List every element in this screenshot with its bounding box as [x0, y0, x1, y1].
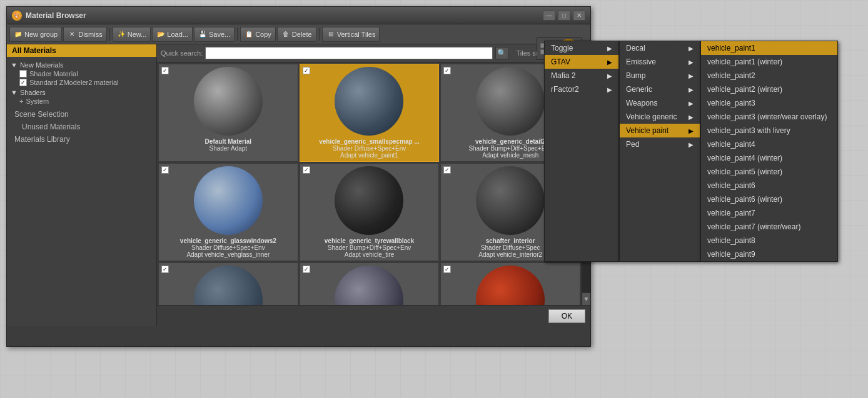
material-cell-smallspecmap[interactable]: ✓ vehicle_generic_smallspecmap ... Shade… [300, 64, 440, 162]
menu-item-rfactor2[interactable]: rFactor2 ▶ [545, 82, 618, 96]
menu-item-vehicle-paint3-winter-overlay[interactable]: vehicle_paint3 (winter/wear overlay) [701, 110, 837, 124]
tree-item-shader-material[interactable]: Shader Material [9, 69, 154, 78]
title-bar-left: 🎨 Material Browser [12, 11, 86, 21]
menu-item-vehicle-paint1[interactable]: vehicle_paint1 [701, 41, 837, 55]
search-input[interactable] [205, 47, 492, 59]
menu-item-vehicle-paint[interactable]: Vehicle paint ▶ [620, 124, 700, 137]
close-button[interactable]: ✕ [573, 11, 585, 21]
ok-button[interactable]: OK [548, 309, 585, 323]
menu-item-vehicle-paint3-livery[interactable]: vehicle_paint3 with livery [701, 124, 837, 137]
menu-item-weapons[interactable]: Weapons ▶ [620, 96, 700, 110]
arrow-decal: ▶ [689, 45, 694, 52]
menu-item-vehicle-paint9[interactable]: vehicle_paint9 [701, 247, 837, 261]
menu-item-vehicle-paint4-winter[interactable]: vehicle_paint4 (winter) [701, 151, 837, 165]
menu-item-bump[interactable]: Bump ▶ [620, 69, 700, 82]
minimize-button[interactable]: — [543, 11, 555, 21]
menu-item-vehicle-paint2[interactable]: vehicle_paint2 [701, 69, 837, 82]
arrow-icon: ▶ [607, 45, 612, 52]
menu-item-gtav[interactable]: GTAV ▶ [545, 55, 618, 69]
menu-item-vehicle-paint8[interactable]: vehicle_paint8 [701, 234, 837, 247]
copy-button[interactable]: 📋 Copy [240, 27, 276, 42]
mat-info-3: Shader Diffuse+Spec+Env [191, 244, 265, 251]
save-button[interactable]: 💾 Save... [194, 27, 235, 42]
menu-item-vehicle-paint6-winter[interactable]: vehicle_paint6 (winter) [701, 192, 837, 206]
arrow-vehicle-paint: ▶ [689, 127, 694, 134]
material-cell-badges[interactable]: ✓ cirader_badges... [440, 262, 580, 305]
menu-item-vehicle-paint2-winter[interactable]: vehicle_paint2 (winter) [701, 82, 837, 96]
sep1 [109, 28, 110, 41]
material-browser-window: 🎨 Material Browser — □ ✕ 📁 New group ✕ D… [6, 6, 591, 347]
all-materials-label[interactable]: All Materials [7, 44, 156, 57]
standard-material-checkbox[interactable] [19, 79, 27, 86]
menu-item-mafia2[interactable]: Mafia 2 ▶ [545, 69, 618, 82]
shaders-header: ▼ Shaders [9, 88, 154, 97]
mat-sphere-4 [335, 166, 403, 235]
arrow-ped: ▶ [689, 141, 694, 148]
mat-adapt-4: Adapt vehicle_tire [345, 251, 395, 258]
material-cell-wrecklights[interactable]: ✓ wreck_lights... [300, 262, 440, 305]
main-layout: All Materials ▼ New Materials Shader Mat… [7, 44, 590, 326]
arrow-icon-rfactor: ▶ [607, 86, 612, 93]
menu-item-decal[interactable]: Decal ▶ [620, 41, 700, 55]
mat-check-0[interactable]: ✓ [161, 67, 169, 74]
load-button[interactable]: 📂 Load... [152, 27, 193, 42]
vertical-tiles-button[interactable]: ⊞ Vertical Tiles [322, 27, 380, 42]
tree-item-standard-material[interactable]: Standard ZModeler2 material [9, 78, 154, 87]
menu-item-ped[interactable]: Ped ▶ [620, 137, 700, 151]
nav-unused-materials[interactable]: Unused Materials [9, 121, 154, 133]
menu-item-vehicle-paint7-winter[interactable]: vehicle_paint7 (winter/wear) [701, 220, 837, 234]
nav-materials-library[interactable]: Materials Library [9, 133, 154, 146]
mat-sphere-2 [476, 67, 545, 136]
mat-check-8[interactable]: ✓ [443, 266, 451, 273]
mat-check-7[interactable]: ✓ [303, 266, 310, 273]
new-group-icon: 📁 [14, 30, 23, 39]
shaders-group: ▼ Shaders + System [9, 88, 154, 106]
material-cell-glasswindows[interactable]: ✓ vehicle_generic_glasswindows2 Shader D… [158, 163, 298, 261]
dismiss-button[interactable]: ✕ Dismiss [63, 27, 107, 42]
toolbar: 📁 New group ✕ Dismiss ✨ New... 📂 Load...… [7, 24, 590, 44]
menu-item-vehicle-generic[interactable]: Vehicle generic ▶ [620, 110, 700, 124]
material-cell-default[interactable]: ✓ Default Material Shader Adapt [158, 64, 298, 162]
mat-name-1: vehicle_generic_smallspecmap ... [319, 138, 420, 145]
context-menu-level1: Toggle ▶ GTAV ▶ Mafia 2 ▶ rFactor2 ▶ [544, 41, 619, 262]
new-button[interactable]: ✨ New... [113, 27, 151, 42]
mat-info-5: Shader Diffuse+Spec [481, 244, 540, 251]
mat-check-3[interactable]: ✓ [161, 166, 169, 174]
menu-item-toggle[interactable]: Toggle ▶ [545, 41, 618, 55]
delete-button[interactable]: 🗑 Delete [277, 27, 316, 42]
menu-item-vehicle-paint5-winter[interactable]: vehicle_paint5 (winter) [701, 165, 837, 179]
mat-check-2[interactable]: ✓ [443, 67, 451, 74]
mat-adapt-5: Adapt vehicle_interior2 [478, 251, 542, 258]
mat-adapt-2: Adapt vehicle_mesh [482, 152, 538, 159]
maximize-button[interactable]: □ [558, 11, 570, 21]
material-cell-tyrewallblack[interactable]: ✓ vehicle_generic_tyrewallblack Shader B… [300, 163, 440, 261]
mat-name-5: schafter_interior [486, 237, 535, 244]
new-group-button[interactable]: 📁 New group [9, 27, 62, 42]
arrow-vehicle-generic: ▶ [689, 114, 694, 121]
mat-check-6[interactable]: ✓ [161, 266, 169, 273]
material-cell-doorshut[interactable]: ✓ vehicle_generic_doorshut [PA... [158, 262, 298, 305]
menu-item-vehicle-paint3[interactable]: vehicle_paint3 [701, 96, 837, 110]
menu-item-vehicle-paint1-winter[interactable]: vehicle_paint1 (winter) [701, 55, 837, 69]
menu-item-vehicle-paint4[interactable]: vehicle_paint4 [701, 137, 837, 151]
mat-check-1[interactable]: ✓ [303, 67, 310, 74]
scroll-down-button[interactable]: ▼ [582, 292, 590, 305]
new-materials-group: ▼ New Materials Shader Material Standard… [9, 61, 154, 87]
shader-material-checkbox[interactable] [19, 70, 27, 77]
mat-name-3: vehicle_generic_glasswindows2 [180, 237, 276, 244]
mat-sphere-1 [335, 67, 403, 136]
menu-item-generic[interactable]: Generic ▶ [620, 82, 700, 96]
tree-item-system[interactable]: + System [9, 97, 154, 106]
mat-name-2: vehicle_generic_detail2 [475, 138, 545, 145]
mat-check-4[interactable]: ✓ [303, 166, 310, 174]
mat-check-5[interactable]: ✓ [443, 166, 451, 174]
collapse-icon: ▼ [11, 61, 18, 69]
search-go-button[interactable]: 🔍 [495, 47, 509, 59]
nav-scene-selection[interactable]: Scene Selection [9, 108, 154, 121]
menu-item-vehicle-paint6[interactable]: vehicle_paint6 [701, 179, 837, 192]
dismiss-icon: ✕ [68, 30, 76, 39]
menu-item-vehicle-paint7[interactable]: vehicle_paint7 [701, 206, 837, 220]
menu-item-emissive[interactable]: Emissive ▶ [620, 55, 700, 69]
vertical-tiles-icon: ⊞ [326, 30, 335, 39]
mat-sphere-6 [194, 266, 263, 305]
